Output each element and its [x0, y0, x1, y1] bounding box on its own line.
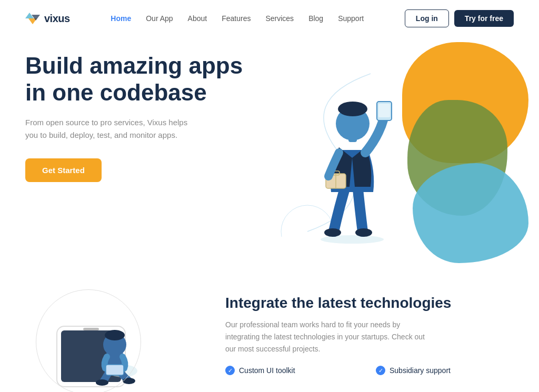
nav-item-about[interactable]: About [188, 14, 207, 23]
nav-item-services[interactable]: Services [265, 14, 294, 23]
section2-text: Our professional team works hard to fit … [225, 319, 425, 355]
try-for-free-button[interactable]: Try for free [454, 10, 514, 27]
nav-link-blog[interactable]: Blog [308, 14, 323, 23]
hero-section: Build amazing apps in one codebase From … [0, 37, 539, 268]
nav-actions: Log in Try for free [405, 9, 514, 27]
nav-item-support[interactable]: Support [338, 14, 364, 23]
hero-content: Build amazing apps in one codebase From … [25, 53, 267, 182]
svg-point-6 [355, 228, 372, 237]
nav-item-home[interactable]: Home [111, 14, 131, 23]
shape-blue [413, 163, 528, 263]
svg-rect-11 [378, 104, 390, 117]
feature-item-1: ✓ Subsidiary support [376, 366, 514, 375]
logo-icon [25, 13, 40, 24]
navbar: vixus Home Our App About Features Servic… [0, 0, 539, 37]
feature-label-1: Subsidiary support [390, 366, 451, 375]
login-button[interactable]: Log in [405, 9, 449, 27]
get-started-button[interactable]: Get Started [25, 158, 102, 182]
section2-illustration [25, 279, 204, 392]
nav-link-about[interactable]: About [188, 14, 207, 23]
nav-item-ourapp[interactable]: Our App [146, 14, 173, 23]
nav-link-home[interactable]: Home [111, 14, 131, 23]
svg-point-14 [338, 102, 367, 116]
nav-link-features[interactable]: Features [222, 14, 251, 23]
section2-title: Integrate the latest technologies [225, 295, 514, 311]
hero-subtitle: From open source to pro services, Vixus … [25, 116, 194, 142]
nav-item-features[interactable]: Features [222, 14, 251, 23]
nav-links: Home Our App About Features Services Blo… [111, 14, 364, 23]
section2: Integrate the latest technologies Our pr… [0, 268, 539, 392]
feature-list: ✓ Custom UI toolkit ✓ Subsidiary support [225, 366, 514, 375]
hero-title: Build amazing apps in one codebase [25, 53, 267, 106]
brand-name: vixus [44, 13, 70, 25]
logo: vixus [25, 13, 70, 25]
section2-content: Integrate the latest technologies Our pr… [225, 279, 514, 375]
check-icon-0: ✓ [225, 366, 235, 375]
svg-point-5 [324, 228, 341, 237]
nav-link-services[interactable]: Services [265, 14, 294, 23]
feature-label-0: Custom UI toolkit [239, 366, 295, 375]
nav-link-support[interactable]: Support [338, 14, 364, 23]
nav-link-ourapp[interactable]: Our App [146, 14, 173, 23]
circle-decoration [36, 289, 141, 392]
nav-item-blog[interactable]: Blog [308, 14, 323, 23]
feature-item-0: ✓ Custom UI toolkit [225, 366, 363, 375]
hero-character-illustration [297, 45, 407, 245]
check-icon-1: ✓ [376, 366, 385, 375]
